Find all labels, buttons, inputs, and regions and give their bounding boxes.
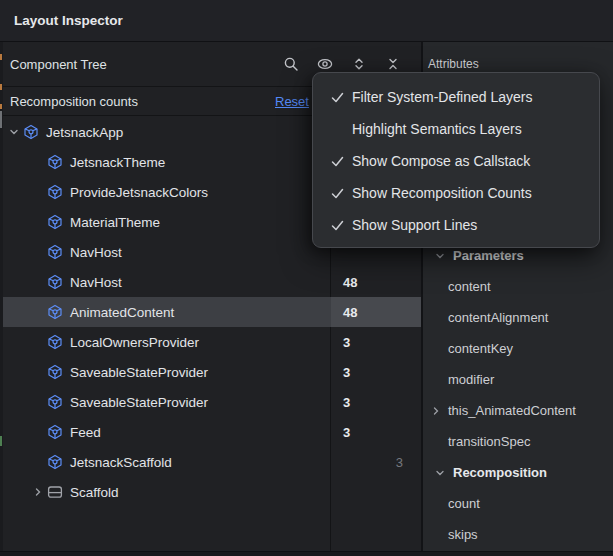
menu-item[interactable]: Show Recomposition Counts [313, 177, 599, 209]
attributes-title: Attributes [428, 57, 479, 71]
menu-item[interactable]: Show Compose as Callstack [313, 145, 599, 177]
expand-all-icon[interactable] [350, 55, 368, 73]
tree-node-selected[interactable]: AnimatedContent 48 [3, 297, 421, 327]
recomposition-count: 48 [343, 305, 357, 320]
component-tree-title: Component Tree [10, 57, 107, 72]
chevron-down-icon[interactable] [434, 250, 448, 262]
attributes-list: Parameters content contentAlignment cont… [423, 240, 613, 550]
check-icon [330, 89, 352, 105]
view-options-eye-icon[interactable] [316, 55, 334, 73]
menu-item[interactable]: Filter System-Defined Layers [313, 81, 599, 113]
tool-window-titlebar: Layout Inspector [0, 0, 613, 42]
compose-node-icon [47, 154, 63, 170]
recomposition-count: 48 [343, 275, 357, 290]
recomposition-count: 3 [343, 365, 350, 380]
recomposition-count: 3 [343, 425, 350, 440]
attribute-row[interactable]: skips [423, 519, 613, 550]
skip-count: 3 [396, 455, 403, 470]
scaffold-icon [47, 484, 63, 500]
tree-node[interactable]: JetsnackScaffold 3 [3, 447, 421, 477]
compose-node-icon [47, 304, 63, 320]
tree-node[interactable]: LocalOwnersProvider 3 [3, 327, 421, 357]
check-icon [330, 153, 352, 169]
chevron-down-icon[interactable] [434, 467, 448, 479]
compose-node-icon [47, 394, 63, 410]
reset-counts-link[interactable]: Reset [275, 94, 309, 109]
menu-item[interactable]: Highlight Semantics Layers [313, 113, 599, 145]
page-title: Layout Inspector [14, 13, 123, 28]
search-icon[interactable] [282, 55, 300, 73]
attribute-row[interactable]: count [423, 488, 613, 519]
compose-node-icon [47, 244, 63, 260]
view-options-menu: Filter System-Defined Layers Highlight S… [312, 72, 600, 248]
check-icon [330, 185, 352, 201]
compose-node-icon [23, 124, 39, 140]
tree-node[interactable]: Scaffold [3, 477, 421, 507]
compose-node-icon [47, 454, 63, 470]
recomposition-count: 3 [343, 395, 350, 410]
recomposition-count: 3 [343, 335, 350, 350]
attribute-row[interactable]: contentKey [423, 333, 613, 364]
chevron-right-icon[interactable] [430, 405, 444, 417]
check-icon [330, 217, 352, 233]
collapse-all-icon[interactable] [384, 55, 402, 73]
section-header-recomposition[interactable]: Recomposition [423, 457, 613, 488]
compose-node-icon [47, 364, 63, 380]
compose-node-icon [47, 274, 63, 290]
tree-node[interactable]: NavHost 48 [3, 267, 421, 297]
compose-node-icon [47, 214, 63, 230]
menu-item[interactable]: Show Support Lines [313, 209, 599, 241]
bottom-edge [0, 551, 613, 556]
attribute-row[interactable]: content [423, 271, 613, 302]
chevron-down-icon[interactable] [5, 124, 23, 140]
attribute-row[interactable]: this_AnimatedContent [423, 395, 613, 426]
compose-node-icon [47, 184, 63, 200]
attribute-row[interactable]: modifier [423, 364, 613, 395]
compose-node-icon [47, 424, 63, 440]
tree-node[interactable]: SaveableStateProvider 3 [3, 357, 421, 387]
tree-node[interactable]: SaveableStateProvider 3 [3, 387, 421, 417]
chevron-right-icon[interactable] [29, 484, 47, 500]
compose-node-icon [47, 334, 63, 350]
layout-inspector-window: Layout Inspector Component Tree Rec [0, 0, 613, 556]
tree-node[interactable]: Feed 3 [3, 417, 421, 447]
attribute-row[interactable]: contentAlignment [423, 302, 613, 333]
recomposition-counts-label: Recomposition counts [10, 94, 138, 109]
attribute-row[interactable]: transitionSpec [423, 426, 613, 457]
